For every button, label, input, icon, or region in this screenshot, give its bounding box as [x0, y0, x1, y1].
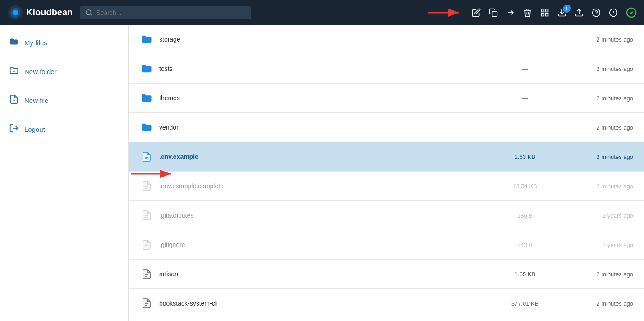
logo-text: Kloudbean — [26, 7, 73, 18]
main-layout: My files New folder New file — [0, 25, 644, 321]
file-name: .gitattributes — [159, 212, 498, 219]
logout-icon — [9, 123, 19, 135]
file-name: storage — [159, 36, 498, 43]
folder-icon — [139, 32, 154, 47]
file-name: bookstack-system-cli — [159, 300, 498, 307]
file-size: 13.54 KB — [498, 183, 552, 190]
file-date: 2 minutes ago — [552, 183, 633, 190]
file-date: 2 minutes ago — [552, 65, 633, 72]
file-name: .gitignore — [159, 241, 498, 248]
header: Kloudbean — [0, 0, 644, 25]
sidebar-item-my-files[interactable]: My files — [0, 28, 128, 57]
file-row[interactable]: storage — 2 minutes ago — [129, 25, 644, 54]
file-name: vendor — [159, 124, 498, 131]
file-size: — — [498, 65, 552, 72]
sidebar-item-new-file[interactable]: New file — [0, 86, 128, 115]
file-row[interactable]: .gitignore 243 B 2 years ago — [129, 230, 644, 260]
search-icon — [85, 9, 92, 16]
file-icon-dark — [139, 296, 154, 311]
file-date: 2 years ago — [552, 242, 633, 248]
search-input[interactable] — [96, 9, 246, 16]
move-icon[interactable] — [506, 8, 515, 17]
folder-icon — [139, 120, 154, 135]
svg-rect-6 — [492, 11, 497, 16]
file-date: 2 years ago — [552, 212, 633, 219]
file-icon-gray — [139, 237, 154, 252]
file-row[interactable]: artisan 1.65 KB 2 minutes ago — [129, 260, 644, 289]
sidebar-item-logout[interactable]: Logout — [0, 115, 128, 144]
file-name: artisan — [159, 270, 498, 278]
file-date: 2 minutes ago — [552, 271, 633, 278]
file-size: 1.65 KB — [498, 271, 552, 278]
file-list: storage — 2 minutes ago tests — 2 minute… — [129, 25, 644, 321]
svg-point-3 — [86, 10, 91, 15]
folder-icon — [9, 37, 19, 49]
download-icon[interactable]: 1 — [557, 8, 566, 17]
file-size: — — [498, 124, 552, 131]
file-date: 2 minutes ago — [552, 124, 633, 131]
svg-rect-11 — [546, 13, 548, 16]
sidebar: My files New folder New file — [0, 25, 129, 321]
copy-icon[interactable] — [489, 8, 498, 17]
file-row[interactable]: bookstack-system-cli 377.01 KB 2 minutes… — [129, 289, 644, 318]
file-row[interactable]: .env.example.complete 13.54 KB 2 minutes… — [129, 172, 644, 201]
file-plus-icon — [9, 94, 19, 107]
file-row[interactable]: themes — 2 minutes ago — [129, 84, 644, 113]
file-row[interactable]: vendor — 2 minutes ago — [129, 113, 644, 142]
sidebar-item-logout-label: Logout — [24, 126, 45, 133]
file-icon-gray — [139, 179, 154, 193]
svg-rect-9 — [546, 9, 548, 12]
file-size: 377.01 KB — [498, 300, 552, 307]
file-row-selected[interactable]: .env.example 1.63 KB 2 minutes ago — [129, 142, 644, 172]
file-name: tests — [159, 65, 498, 72]
search-bar[interactable] — [80, 6, 251, 19]
file-icon-blue — [139, 149, 154, 164]
red-arrow-indicator — [428, 6, 465, 19]
sidebar-item-new-file-label: New file — [24, 97, 48, 104]
folder-icon — [139, 91, 154, 105]
file-size: — — [498, 95, 552, 102]
upload-icon[interactable] — [575, 8, 584, 17]
sidebar-item-new-folder[interactable]: New folder — [0, 57, 128, 86]
folder-icon — [139, 61, 154, 76]
delete-icon[interactable] — [523, 8, 532, 17]
edit-icon[interactable] — [472, 8, 481, 17]
help-icon[interactable] — [592, 8, 601, 17]
grid-icon[interactable] — [540, 8, 549, 17]
file-date: 2 minutes ago — [552, 95, 633, 102]
download-badge: 1 — [564, 5, 571, 12]
file-size: 1.63 KB — [498, 154, 552, 160]
file-size: 243 B — [498, 242, 552, 248]
file-name: .env.example — [159, 153, 498, 160]
file-date: 2 minutes ago — [552, 36, 633, 43]
folder-plus-icon — [9, 65, 19, 78]
file-icon-dark — [139, 267, 154, 281]
logo[interactable]: Kloudbean — [7, 5, 73, 21]
svg-point-2 — [13, 9, 18, 15]
checkmark-icon[interactable] — [626, 7, 637, 18]
file-date: 2 minutes ago — [552, 154, 633, 160]
file-name: .env.example.complete — [159, 182, 498, 190]
svg-rect-8 — [542, 9, 544, 12]
file-date: 2 minutes ago — [552, 300, 633, 307]
file-icon-gray — [139, 208, 154, 223]
file-size: 186 B — [498, 212, 552, 219]
sidebar-item-my-files-label: My files — [24, 39, 47, 47]
toolbar: 1 — [472, 7, 637, 18]
file-name: themes — [159, 94, 498, 102]
file-row[interactable]: tests — 2 minutes ago — [129, 54, 644, 84]
file-size: — — [498, 36, 552, 43]
file-row[interactable]: .gitattributes 186 B 2 years ago — [129, 201, 644, 230]
sidebar-item-new-folder-label: New folder — [24, 68, 57, 75]
info-icon[interactable] — [609, 8, 618, 17]
svg-rect-10 — [542, 13, 544, 16]
